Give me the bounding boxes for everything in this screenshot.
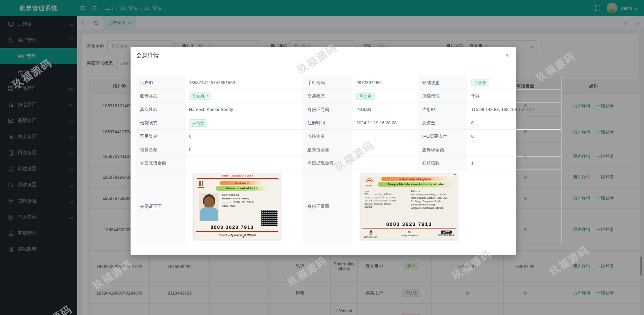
front-footer: ಆಧಾರ್ - ಶ್ರೀಸಾಮಾನ್ಯನ ಅಧಿಕಾರ xyxy=(194,233,281,237)
detail-value: 未借款 xyxy=(185,116,303,130)
detail-label: 今日提现金额 xyxy=(303,156,352,170)
detail-label: 总提现金额 xyxy=(418,143,467,156)
detail-label: 身份证反面 xyxy=(303,170,352,243)
scissors-icon: ✂ xyxy=(277,177,280,181)
india-emblem xyxy=(198,181,205,190)
detail-row: 账号类型真实用户交易状态可交易所属代理千祥 xyxy=(136,89,561,103)
back-auth-kn: ಭಾರತೀಯ ವಿಶಿಷ್ಟ ಗುರುತು ಪ್ರಾಧಿಕಾರ xyxy=(381,177,448,181)
aadhaar-logo: ಆಧಾರ್ xyxy=(364,178,373,187)
detail-value xyxy=(467,143,561,156)
status-badge: 真实用户 xyxy=(189,92,211,100)
status-badge: 可登录 xyxy=(471,79,489,86)
detail-value: 0 xyxy=(185,130,303,143)
detail-label: 可用资金 xyxy=(136,130,185,143)
front-top-partial: ಆಧಾರ್ - ಶ್ರೀಸಾಮಾನ್ಯನ ಅಧಿಕಾರ xyxy=(194,174,281,178)
detail-label: 杠杆倍数 xyxy=(418,156,467,170)
detail-row: 今日充值金额今日提现金额杠杆倍数1 xyxy=(136,156,561,170)
detail-value xyxy=(352,156,418,170)
detail-value: 0 xyxy=(467,130,561,143)
id-card-front-image[interactable]: ಆಧಾರ್ - ಶ್ರೀಸಾಮಾನ್ಯನ ಅಧಿಕಾರ✂ಭಾರತ ಸರ್ಕಾರG… xyxy=(194,174,281,240)
detail-label: 总资金 xyxy=(418,116,467,130)
front-gov-en: Government of India xyxy=(216,186,268,191)
detail-label: 身份证正面 xyxy=(136,170,185,243)
detail-value: INDIAN xyxy=(352,103,418,116)
aadhaar-number: 8003 3623 7913 xyxy=(204,225,261,230)
detail-label: 注册IP xyxy=(418,103,467,116)
detail-value: 1858744125747351553 xyxy=(185,76,303,89)
detail-value: 真实用户 xyxy=(185,89,303,103)
detail-row: 用户ID1858744125747351553手机号码9972397266登陆状… xyxy=(136,76,561,89)
detail-label: 真实姓名 xyxy=(136,103,185,116)
detail-row: 真实姓名Hareesh Kumar Shetty身份证号码INDIAN注册IP1… xyxy=(136,103,561,116)
detail-label: 注册时间 xyxy=(303,116,352,130)
detail-label: 冻结资金 xyxy=(303,130,352,143)
member-detail-table: 用户ID1858744125747351553手机号码9972397266登陆状… xyxy=(136,76,561,243)
id-back-cell: ✂ಆಧಾರ್ಭಾರತೀಯ ವಿಶಿಷ್ಟ ಗುರುತು ಪ್ರಾಧಿಕಾರUni… xyxy=(352,170,561,243)
detail-label: 手机号码 xyxy=(303,76,352,89)
detail-value: Hareesh Kumar Shetty xyxy=(185,103,303,116)
back-address-kn: ವಿಳಾಸ:S/O: ಮಂಜುನಾಥ ಶೆಟ್ಟಿ, # 38, 4ನೇಮೈನ್… xyxy=(364,190,407,209)
id-front-cell: ಆಧಾರ್ - ಶ್ರೀಸಾಮಾನ್ಯನ ಅಧಿಕಾರ✂ಭಾರತ ಸರ್ಕಾರG… xyxy=(185,170,303,243)
front-gov-kn: ಭಾರತ ಸರ್ಕಾರ xyxy=(220,181,263,185)
detail-value: 0 xyxy=(185,143,303,156)
detail-value xyxy=(185,156,303,170)
detail-label: 所属代理 xyxy=(418,89,467,103)
detail-row: 借贷金额0总充值金额总提现金额 xyxy=(136,143,561,156)
detail-value: 0 xyxy=(467,116,561,130)
detail-value: 1 xyxy=(467,156,561,170)
back-auth-en: Unique Identification Authority of India xyxy=(378,182,454,187)
back-address-en: Address:S/O: Manjunath Shetty, # 38, 4th… xyxy=(411,190,455,210)
detail-value xyxy=(352,130,418,143)
status-badge: 未借款 xyxy=(189,119,207,127)
detail-value: 可交易 xyxy=(352,89,418,103)
detail-label: 今日充值金额 xyxy=(136,156,185,170)
detail-value: 115.99.143.83, 162.158.154.102 xyxy=(467,103,561,116)
detail-label: 登陆状态 xyxy=(418,76,467,89)
detail-label: IPO需要支付 xyxy=(418,130,467,143)
back-email: ✉help@uidai.gov.in xyxy=(401,231,418,237)
detail-row: 可用资金0冻结资金IPO需要支付0 xyxy=(136,130,561,143)
front-holder-info: ಹರೀಶ್ ಕುಮಾರ ಶೆಟ್ಟಿHareesh Kumar Shettyಜನ… xyxy=(222,193,254,208)
back-website: WWWwww.uidai.gov.in xyxy=(438,231,454,236)
member-detail-modal: 会员详情 × 用户ID1858744125747351553手机号码997239… xyxy=(131,47,516,255)
detail-value: 千祥 xyxy=(467,89,561,103)
detail-label: 总充值金额 xyxy=(303,143,352,156)
aadhaar-number: 8003 3623 7913 xyxy=(360,221,458,227)
scissors-icon: ✂ xyxy=(453,174,456,177)
status-badge: 可交易 xyxy=(356,92,375,100)
qr-code xyxy=(261,210,278,226)
detail-value xyxy=(352,143,418,156)
back-phone: ☎19471800 300 1947 xyxy=(364,230,378,238)
detail-label: 账号类型 xyxy=(136,89,185,103)
detail-label: 借贷金额 xyxy=(136,143,185,156)
detail-label: 身份证号码 xyxy=(303,103,352,116)
detail-row: 借贷状态未借款注册时间2024-11-19 16:28:28总资金0 xyxy=(136,116,561,130)
detail-label: 用户ID xyxy=(136,76,185,89)
detail-value: 9972397266 xyxy=(352,76,418,89)
detail-image-row: 身份证正面ಆಧಾರ್ - ಶ್ರೀಸಾಮಾನ್ಯನ ಅಧಿಕಾರ✂ಭಾರತ ಸರ… xyxy=(136,170,561,243)
modal-title: 会员详情 xyxy=(136,51,159,59)
modal-close-icon[interactable]: × xyxy=(505,52,509,59)
id-card-back-image[interactable]: ✂ಆಧಾರ್ಭಾರತೀಯ ವಿಶಿಷ್ಟ ಗುರುತು ಪ್ರಾಧಿಕಾರUni… xyxy=(360,174,458,240)
detail-value: 2024-11-19 16:28:28 xyxy=(352,116,418,130)
portrait-photo xyxy=(199,193,219,221)
detail-label: 交易状态 xyxy=(303,89,352,103)
detail-value: 可登录 xyxy=(467,76,561,89)
detail-label: 借贷状态 xyxy=(136,116,185,130)
